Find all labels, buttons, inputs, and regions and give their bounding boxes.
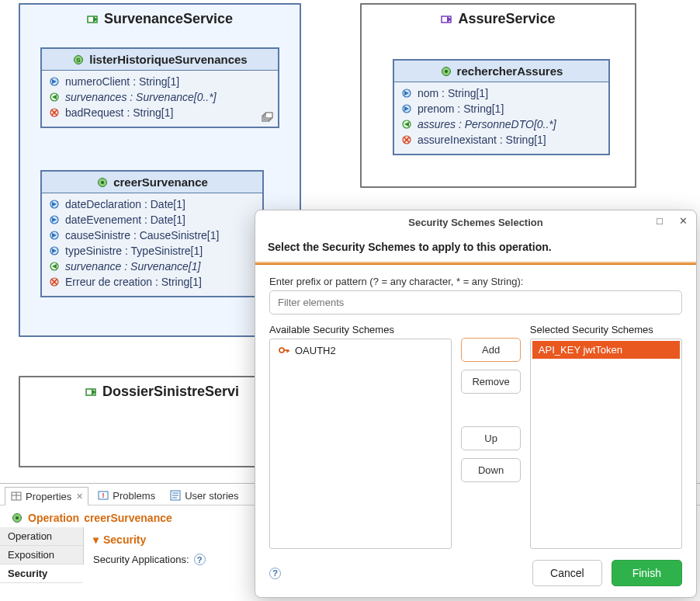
security-heading: ▾ Security [93,533,206,546]
param-row[interactable]: causeSinistre : CauseSinistre[1] [48,228,256,243]
security-schemes-dialog: Security Schemes Selection □ ✕ Select th… [255,210,697,598]
tab-user-stories[interactable]: User stories [164,486,244,505]
operation-lister[interactable]: listerHistoriqueSurvenances numeroClient… [40,47,279,128]
error-param-icon [400,134,413,146]
vtab-exposition[interactable]: Exposition [0,546,83,565]
finish-button[interactable]: Finish [612,560,682,586]
operation-title-text: rechercherAssures [457,64,563,78]
in-param-icon [400,102,413,115]
down-button[interactable]: Down [461,458,521,482]
param-row[interactable]: typeSinistre : TypeSinistre[1] [48,243,256,259]
in-param-icon [400,87,413,99]
in-param-icon [48,198,61,210]
out-param-icon [48,260,61,273]
tab-problems[interactable]: Problems [92,486,161,505]
service-icon [441,13,453,26]
help-icon[interactable]: ? [194,554,206,565]
operation-title-text: listerHistoriqueSurvenances [89,53,247,66]
user-stories-icon [169,489,182,502]
service-title-text: SurvenanceService [104,11,233,27]
in-param-icon [48,229,61,241]
param-row[interactable]: nom : String[1] [400,85,602,101]
in-param-icon [48,245,61,257]
error-param-icon [48,276,61,288]
param-row[interactable]: assures : PersonneDTO[0..*] [400,116,602,132]
operation-title-text: creerSurvenance [113,175,208,189]
operation-rechercher[interactable]: rechercherAssures nom : String[1] prenom… [393,59,610,155]
properties-icon [10,490,23,502]
operation-creer[interactable]: creerSurvenance dateDeclaration : Date[1… [40,170,264,297]
properties-vertical-tabs: Operation Exposition Security [0,527,84,583]
param-row[interactable]: survenances : Survenance[0..*] [48,89,272,105]
operation-title: creerSurvenance [42,172,262,193]
in-param-icon [48,75,61,88]
cancel-button[interactable]: Cancel [532,560,602,586]
param-row[interactable]: Erreur de creation : String[1] [48,274,256,290]
out-param-icon [48,91,61,103]
operation-icon [72,54,85,66]
service-icon [87,13,99,26]
up-button[interactable]: Up [461,426,521,450]
window-maximize-icon[interactable]: □ [653,215,667,227]
stack-icon [261,111,273,123]
param-row[interactable]: survenance : Survenance[1] [48,259,256,274]
operation-title: listerHistoriqueSurvenances [42,49,278,71]
available-list[interactable]: OAUTH2 [269,339,452,549]
available-label: Available Security Schemes [269,324,452,335]
window-close-icon[interactable]: ✕ [676,215,690,227]
out-param-icon [400,118,413,130]
service-title-text: AssureService [458,11,555,27]
service-assure[interactable]: AssureService rechercherAssures nom : St… [360,3,636,188]
service-title: AssureService [362,5,635,36]
in-param-icon [48,214,61,226]
transfer-buttons: Add Remove Up Down [461,324,521,549]
param-row[interactable]: dateDeclaration : Date[1] [48,196,256,212]
remove-button[interactable]: Remove [461,370,521,394]
service-title-text: DossierSinistreServi [102,384,239,400]
param-row[interactable]: dateEvenement : Date[1] [48,212,256,228]
help-icon[interactable]: ? [269,568,281,579]
selected-list[interactable]: API_KEY jwtToken [530,339,682,549]
error-param-icon [48,106,61,119]
filter-input[interactable] [269,290,682,314]
dialog-instruction: Select the Security Schemes to apply to … [255,234,696,261]
security-applications-label: Security Applications: [93,554,189,565]
list-item[interactable]: API_KEY jwtToken [532,341,680,359]
selected-label: Selected Security Schemes [530,324,682,335]
service-icon [85,386,98,398]
list-item[interactable]: OAUTH2 [272,341,449,360]
operation-icon [11,512,23,524]
key-icon [278,344,290,356]
service-title: SurvenanceService [20,5,300,36]
param-row[interactable]: assureInexistant : String[1] [400,132,602,148]
vtab-operation[interactable]: Operation [0,527,83,546]
param-row[interactable]: numeroClient : String[1] [48,74,272,89]
tab-properties[interactable]: Properties ✕ [5,487,88,505]
close-icon[interactable]: ✕ [76,492,83,502]
param-row[interactable]: badRequest : String[1] [48,105,272,120]
vtab-security[interactable]: Security [0,565,84,583]
dialog-title: Security Schemes Selection [408,217,542,228]
operation-icon [96,176,109,189]
security-tab-content: ▾ Security Security Applications: ? [84,527,215,583]
operation-title: rechercherAssures [394,61,608,82]
dialog-titlebar[interactable]: Security Schemes Selection □ ✕ [255,210,696,234]
filter-label: Enter prefix or pattern (? = any charact… [269,276,682,287]
problems-icon [97,489,109,502]
add-button[interactable]: Add [461,338,521,362]
param-row[interactable]: prenom : String[1] [400,101,602,116]
operation-icon [440,65,452,78]
